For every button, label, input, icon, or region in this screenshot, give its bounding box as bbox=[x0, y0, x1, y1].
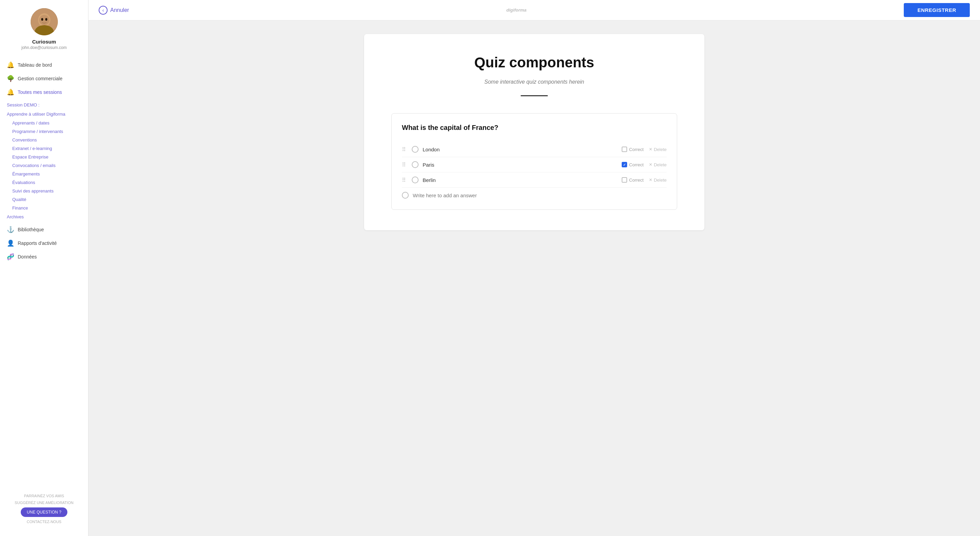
delete-button-berlin[interactable]: ✕ Delete bbox=[649, 178, 667, 182]
sidebar-item-label: Données bbox=[18, 254, 37, 260]
sessions-icon: 🔔 bbox=[7, 89, 14, 96]
sidebar-item-label: Toutes mes sessions bbox=[18, 89, 62, 95]
gestion-icon: 🌳 bbox=[7, 75, 14, 82]
quiz-title: Quiz components bbox=[391, 54, 677, 71]
parrain-text: PARRAINÉZ VOS AMIS bbox=[7, 494, 81, 498]
question-text: What is the capital of France? bbox=[402, 124, 667, 132]
annuler-label: Annuler bbox=[110, 7, 129, 13]
sidebar-item-sessions[interactable]: 🔔 Toutes mes sessions bbox=[0, 86, 88, 99]
answer-row-paris: ⠿ Paris Correct ✕ Delete bbox=[402, 157, 667, 173]
drag-handle-london[interactable]: ⠿ bbox=[402, 146, 406, 153]
correct-label-berlin: Correct bbox=[629, 178, 644, 182]
topbar: ‹ Annuler digiforma ENREGISTRER bbox=[89, 0, 980, 21]
x-icon: ✕ bbox=[649, 178, 652, 182]
answer-row-london: ⠿ London Correct ✕ Delete bbox=[402, 142, 667, 157]
sub-extranet[interactable]: Extranet / e-learning bbox=[0, 144, 88, 153]
correct-label-london: Correct bbox=[629, 147, 644, 152]
sidebar-item-label: Rapports d'activité bbox=[18, 241, 57, 246]
suggest-link: SUGGÉRÉZ UNE AMÉLIORATION bbox=[7, 501, 81, 505]
radio-new[interactable] bbox=[402, 192, 409, 198]
radio-berlin[interactable] bbox=[412, 176, 418, 183]
answer-text-paris: Paris bbox=[423, 162, 617, 168]
donnees-icon: 🧬 bbox=[7, 253, 14, 260]
session-demo-sublabel[interactable]: Apprendre à utiliser Digiforma bbox=[0, 109, 88, 119]
sub-suivi[interactable]: Suivi des apprenants bbox=[0, 187, 88, 195]
session-demo-label[interactable]: Session DEMO : bbox=[0, 100, 88, 109]
avatar bbox=[30, 8, 58, 35]
answer-actions-berlin: Correct ✕ Delete bbox=[622, 177, 667, 182]
correct-check-london[interactable]: Correct bbox=[622, 147, 644, 152]
sub-evaluations[interactable]: Évaluations bbox=[0, 178, 88, 187]
x-icon: ✕ bbox=[649, 162, 652, 167]
sidebar-item-rapports[interactable]: 👤 Rapports d'activité bbox=[0, 236, 88, 250]
enregistrer-button[interactable]: ENREGISTRER bbox=[904, 3, 970, 17]
sub-convocations[interactable]: Convocations / emails bbox=[0, 161, 88, 170]
sidebar-item-bibliotheque[interactable]: ⚓ Bibliothèque bbox=[0, 223, 88, 236]
sub-finance[interactable]: Finance bbox=[0, 204, 88, 212]
svg-point-4 bbox=[41, 18, 43, 21]
sidebar-item-label: Tableau de bord bbox=[18, 62, 52, 68]
delete-button-london[interactable]: ✕ Delete bbox=[649, 147, 667, 152]
x-icon: ✕ bbox=[649, 147, 652, 152]
digiforma-logo: digiforma bbox=[506, 8, 527, 13]
bibliotheque-icon: ⚓ bbox=[7, 226, 14, 233]
sub-programme[interactable]: Programme / intervenants bbox=[0, 127, 88, 136]
sidebar-item-label: Gestion commerciale bbox=[18, 76, 63, 81]
sub-conventions[interactable]: Conventions bbox=[0, 136, 88, 144]
sub-emargements[interactable]: Émargements bbox=[0, 170, 88, 178]
quiz-divider bbox=[520, 95, 548, 96]
correct-check-paris[interactable]: Correct bbox=[622, 162, 644, 167]
correct-label-paris: Correct bbox=[629, 162, 644, 167]
quiz-subtitle: Some interactive quiz components herein bbox=[391, 79, 677, 85]
avatar-image bbox=[30, 8, 58, 35]
profile-name: Curiosum bbox=[32, 39, 56, 44]
svg-point-5 bbox=[45, 18, 47, 21]
checkbox-paris[interactable] bbox=[622, 162, 627, 167]
sub-apprenants[interactable]: Apprenants / dates bbox=[0, 119, 88, 127]
correct-check-berlin[interactable]: Correct bbox=[622, 177, 644, 182]
question-card: What is the capital of France? ⠿ London … bbox=[391, 113, 677, 210]
tableau-icon: 🔔 bbox=[7, 61, 14, 69]
annuler-button[interactable]: ‹ Annuler bbox=[99, 6, 129, 14]
sidebar-item-gestion[interactable]: 🌳 Gestion commerciale bbox=[0, 72, 88, 86]
content-area: Quiz components Some interactive quiz co… bbox=[89, 21, 980, 536]
drag-handle-berlin[interactable]: ⠿ bbox=[402, 177, 406, 183]
session-sub-section: Session DEMO : Apprendre à utiliser Digi… bbox=[0, 99, 88, 223]
sidebar: Curiosum john.doe@curiosum.com 🔔 Tableau… bbox=[0, 0, 89, 536]
sidebar-item-donnees[interactable]: 🧬 Données bbox=[0, 250, 88, 263]
answer-row-new bbox=[402, 188, 667, 203]
checkbox-berlin[interactable] bbox=[622, 177, 627, 182]
radio-london[interactable] bbox=[412, 146, 418, 153]
question-button[interactable]: UNE QUESTION ? bbox=[21, 507, 67, 517]
sub-qualite[interactable]: Qualité bbox=[0, 195, 88, 204]
sub-espace[interactable]: Espace Entreprise bbox=[0, 153, 88, 161]
svg-point-3 bbox=[39, 15, 49, 25]
answer-actions-london: Correct ✕ Delete bbox=[622, 147, 667, 152]
sidebar-item-label: Bibliothèque bbox=[18, 227, 44, 232]
delete-button-paris[interactable]: ✕ Delete bbox=[649, 162, 667, 167]
contact-link[interactable]: CONTACTEZ-NOUS bbox=[7, 520, 81, 524]
answer-text-london: London bbox=[423, 147, 617, 152]
answer-actions-paris: Correct ✕ Delete bbox=[622, 162, 667, 167]
drag-handle-paris[interactable]: ⠿ bbox=[402, 162, 406, 168]
profile-section: Curiosum john.doe@curiosum.com bbox=[0, 0, 88, 56]
sidebar-footer: PARRAINÉZ VOS AMIS SUGGÉRÉZ UNE AMÉLIORA… bbox=[0, 488, 88, 529]
answer-text-berlin: Berlin bbox=[423, 177, 617, 183]
add-answer-input[interactable] bbox=[413, 192, 667, 198]
radio-paris[interactable] bbox=[412, 161, 418, 168]
rapports-icon: 👤 bbox=[7, 239, 14, 247]
checkbox-london[interactable] bbox=[622, 147, 627, 152]
sidebar-nav: 🔔 Tableau de bord 🌳 Gestion commerciale … bbox=[0, 56, 88, 488]
sub-archives[interactable]: Archives bbox=[0, 212, 88, 221]
profile-email: john.doe@curiosum.com bbox=[21, 45, 67, 50]
sidebar-item-tableau[interactable]: 🔔 Tableau de bord bbox=[0, 58, 88, 72]
answer-row-berlin: ⠿ Berlin Correct ✕ Delete bbox=[402, 173, 667, 188]
quiz-container: Quiz components Some interactive quiz co… bbox=[364, 34, 705, 230]
back-icon: ‹ bbox=[99, 6, 108, 14]
main-content: ‹ Annuler digiforma ENREGISTRER Quiz com… bbox=[89, 0, 980, 536]
